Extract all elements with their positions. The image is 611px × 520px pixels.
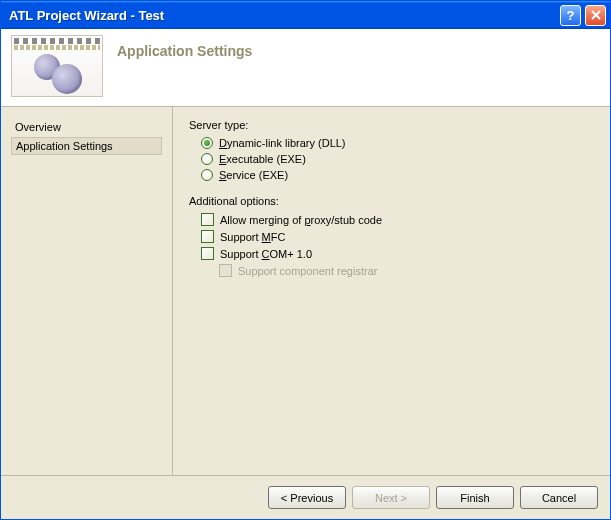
gear-icon (52, 64, 82, 94)
wizard-header: Application Settings (1, 29, 610, 107)
option-support-mfc[interactable]: Support MFC (189, 228, 594, 245)
option-label: Executable (EXE) (219, 153, 306, 165)
wizard-footer: < Previous Next > Finish Cancel (1, 475, 610, 519)
checkbox-icon (201, 247, 214, 260)
page-heading: Application Settings (117, 43, 252, 59)
radio-icon (201, 153, 213, 165)
option-label: Support COM+ 1.0 (220, 248, 312, 260)
next-button: Next > (352, 486, 430, 509)
sidebar: Overview Application Settings (1, 107, 173, 475)
checkbox-icon (201, 213, 214, 226)
server-type-dll-option[interactable]: Dynamic-link library (DLL) (189, 135, 594, 151)
finish-button[interactable]: Finish (436, 486, 514, 509)
sidebar-item-label: Overview (15, 121, 61, 133)
close-icon (591, 10, 601, 20)
sidebar-item-overview[interactable]: Overview (11, 119, 162, 135)
checkbox-icon (219, 264, 232, 277)
radio-icon (201, 169, 213, 181)
radio-icon (201, 137, 213, 149)
window-title: ATL Project Wizard - Test (9, 8, 560, 23)
option-allow-merging[interactable]: Allow merging of proxy/stub code (189, 211, 594, 228)
sidebar-item-label: Application Settings (16, 140, 113, 152)
option-label: Service (EXE) (219, 169, 288, 181)
content-panel: Server type: Dynamic-link library (DLL) … (173, 107, 610, 475)
option-label: Allow merging of proxy/stub code (220, 214, 382, 226)
server-type-label: Server type: (189, 119, 594, 131)
option-support-registrar: Support component registrar (189, 262, 594, 279)
help-button[interactable]: ? (560, 5, 581, 26)
additional-options-label: Additional options: (189, 195, 594, 207)
option-support-complus[interactable]: Support COM+ 1.0 (189, 245, 594, 262)
close-button[interactable] (585, 5, 606, 26)
option-label: Dynamic-link library (DLL) (219, 137, 346, 149)
cancel-button[interactable]: Cancel (520, 486, 598, 509)
option-label: Support MFC (220, 231, 285, 243)
server-type-service-option[interactable]: Service (EXE) (189, 167, 594, 183)
option-label: Support component registrar (238, 265, 377, 277)
wizard-window: ATL Project Wizard - Test ? Application … (0, 0, 611, 520)
previous-button[interactable]: < Previous (268, 486, 346, 509)
wizard-banner-icon (11, 35, 103, 97)
server-type-exe-option[interactable]: Executable (EXE) (189, 151, 594, 167)
titlebar: ATL Project Wizard - Test ? (1, 1, 610, 29)
wizard-body: Overview Application Settings Server typ… (1, 107, 610, 475)
sidebar-item-application-settings[interactable]: Application Settings (11, 137, 162, 155)
checkbox-icon (201, 230, 214, 243)
